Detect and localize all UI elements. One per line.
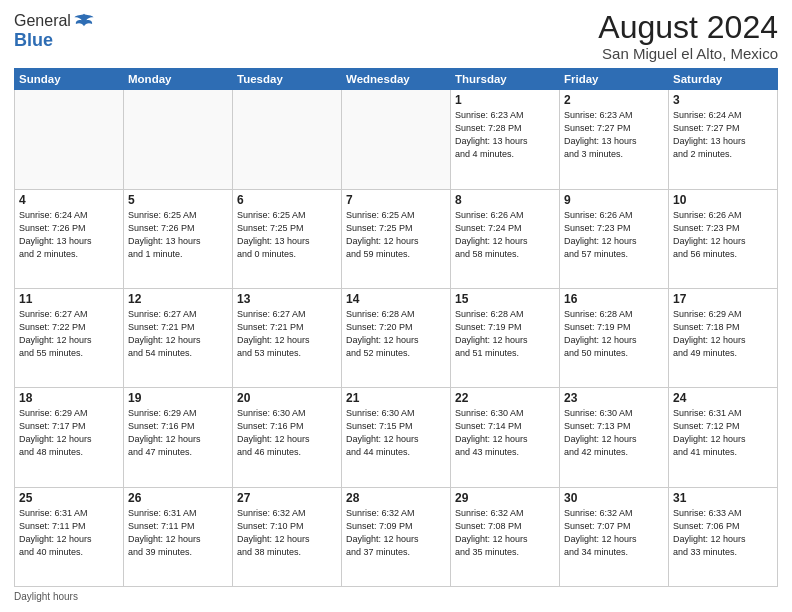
day-info: Sunrise: 6:31 AM Sunset: 7:11 PM Dayligh… — [128, 507, 228, 559]
calendar-cell: 6Sunrise: 6:25 AM Sunset: 7:25 PM Daylig… — [233, 189, 342, 288]
daylight-label: Daylight hours — [14, 591, 78, 602]
calendar-cell: 27Sunrise: 6:32 AM Sunset: 7:10 PM Dayli… — [233, 487, 342, 586]
calendar-header-row: SundayMondayTuesdayWednesdayThursdayFrid… — [15, 69, 778, 90]
day-number: 31 — [673, 491, 773, 505]
day-info: Sunrise: 6:28 AM Sunset: 7:19 PM Dayligh… — [564, 308, 664, 360]
calendar-cell: 3Sunrise: 6:24 AM Sunset: 7:27 PM Daylig… — [669, 90, 778, 189]
day-info: Sunrise: 6:29 AM Sunset: 7:17 PM Dayligh… — [19, 407, 119, 459]
day-info: Sunrise: 6:26 AM Sunset: 7:23 PM Dayligh… — [673, 209, 773, 261]
day-number: 26 — [128, 491, 228, 505]
calendar-cell: 24Sunrise: 6:31 AM Sunset: 7:12 PM Dayli… — [669, 388, 778, 487]
day-info: Sunrise: 6:23 AM Sunset: 7:28 PM Dayligh… — [455, 109, 555, 161]
day-number: 30 — [564, 491, 664, 505]
calendar-cell: 11Sunrise: 6:27 AM Sunset: 7:22 PM Dayli… — [15, 288, 124, 387]
logo: General Blue — [14, 10, 95, 51]
calendar-week-1: 1Sunrise: 6:23 AM Sunset: 7:28 PM Daylig… — [15, 90, 778, 189]
calendar-cell: 14Sunrise: 6:28 AM Sunset: 7:20 PM Dayli… — [342, 288, 451, 387]
calendar-cell: 4Sunrise: 6:24 AM Sunset: 7:26 PM Daylig… — [15, 189, 124, 288]
calendar-cell: 7Sunrise: 6:25 AM Sunset: 7:25 PM Daylig… — [342, 189, 451, 288]
calendar-header-thursday: Thursday — [451, 69, 560, 90]
day-number: 14 — [346, 292, 446, 306]
day-number: 16 — [564, 292, 664, 306]
day-number: 15 — [455, 292, 555, 306]
calendar-cell: 12Sunrise: 6:27 AM Sunset: 7:21 PM Dayli… — [124, 288, 233, 387]
day-number: 18 — [19, 391, 119, 405]
day-info: Sunrise: 6:32 AM Sunset: 7:07 PM Dayligh… — [564, 507, 664, 559]
calendar-cell: 2Sunrise: 6:23 AM Sunset: 7:27 PM Daylig… — [560, 90, 669, 189]
day-info: Sunrise: 6:31 AM Sunset: 7:11 PM Dayligh… — [19, 507, 119, 559]
day-number: 27 — [237, 491, 337, 505]
day-number: 13 — [237, 292, 337, 306]
calendar-header-monday: Monday — [124, 69, 233, 90]
day-info: Sunrise: 6:23 AM Sunset: 7:27 PM Dayligh… — [564, 109, 664, 161]
day-info: Sunrise: 6:25 AM Sunset: 7:25 PM Dayligh… — [237, 209, 337, 261]
day-number: 4 — [19, 193, 119, 207]
day-info: Sunrise: 6:32 AM Sunset: 7:09 PM Dayligh… — [346, 507, 446, 559]
calendar-cell: 20Sunrise: 6:30 AM Sunset: 7:16 PM Dayli… — [233, 388, 342, 487]
day-number: 3 — [673, 93, 773, 107]
calendar-cell: 25Sunrise: 6:31 AM Sunset: 7:11 PM Dayli… — [15, 487, 124, 586]
calendar-cell: 30Sunrise: 6:32 AM Sunset: 7:07 PM Dayli… — [560, 487, 669, 586]
day-number: 10 — [673, 193, 773, 207]
day-number: 23 — [564, 391, 664, 405]
footer: Daylight hours — [14, 591, 778, 602]
day-number: 8 — [455, 193, 555, 207]
logo-bird-icon — [73, 10, 95, 32]
calendar-cell: 8Sunrise: 6:26 AM Sunset: 7:24 PM Daylig… — [451, 189, 560, 288]
location: San Miguel el Alto, Mexico — [598, 45, 778, 62]
day-number: 6 — [237, 193, 337, 207]
day-info: Sunrise: 6:30 AM Sunset: 7:15 PM Dayligh… — [346, 407, 446, 459]
calendar-cell: 10Sunrise: 6:26 AM Sunset: 7:23 PM Dayli… — [669, 189, 778, 288]
calendar-header-saturday: Saturday — [669, 69, 778, 90]
day-number: 5 — [128, 193, 228, 207]
day-info: Sunrise: 6:30 AM Sunset: 7:16 PM Dayligh… — [237, 407, 337, 459]
day-info: Sunrise: 6:27 AM Sunset: 7:22 PM Dayligh… — [19, 308, 119, 360]
page: General Blue August 2024 San Miguel el A… — [0, 0, 792, 612]
day-number: 28 — [346, 491, 446, 505]
day-number: 7 — [346, 193, 446, 207]
calendar-cell: 18Sunrise: 6:29 AM Sunset: 7:17 PM Dayli… — [15, 388, 124, 487]
calendar-cell: 9Sunrise: 6:26 AM Sunset: 7:23 PM Daylig… — [560, 189, 669, 288]
day-number: 20 — [237, 391, 337, 405]
day-info: Sunrise: 6:32 AM Sunset: 7:08 PM Dayligh… — [455, 507, 555, 559]
calendar-header-tuesday: Tuesday — [233, 69, 342, 90]
logo-general-text: General — [14, 12, 71, 30]
day-info: Sunrise: 6:24 AM Sunset: 7:27 PM Dayligh… — [673, 109, 773, 161]
day-number: 29 — [455, 491, 555, 505]
calendar-cell: 22Sunrise: 6:30 AM Sunset: 7:14 PM Dayli… — [451, 388, 560, 487]
day-info: Sunrise: 6:26 AM Sunset: 7:23 PM Dayligh… — [564, 209, 664, 261]
calendar-cell: 31Sunrise: 6:33 AM Sunset: 7:06 PM Dayli… — [669, 487, 778, 586]
calendar-cell: 15Sunrise: 6:28 AM Sunset: 7:19 PM Dayli… — [451, 288, 560, 387]
title-block: August 2024 San Miguel el Alto, Mexico — [598, 10, 778, 62]
day-info: Sunrise: 6:24 AM Sunset: 7:26 PM Dayligh… — [19, 209, 119, 261]
calendar-header-friday: Friday — [560, 69, 669, 90]
day-info: Sunrise: 6:25 AM Sunset: 7:25 PM Dayligh… — [346, 209, 446, 261]
calendar-cell: 19Sunrise: 6:29 AM Sunset: 7:16 PM Dayli… — [124, 388, 233, 487]
calendar-cell: 29Sunrise: 6:32 AM Sunset: 7:08 PM Dayli… — [451, 487, 560, 586]
day-info: Sunrise: 6:30 AM Sunset: 7:14 PM Dayligh… — [455, 407, 555, 459]
calendar-week-4: 18Sunrise: 6:29 AM Sunset: 7:17 PM Dayli… — [15, 388, 778, 487]
month-title: August 2024 — [598, 10, 778, 45]
day-info: Sunrise: 6:25 AM Sunset: 7:26 PM Dayligh… — [128, 209, 228, 261]
day-number: 17 — [673, 292, 773, 306]
day-number: 19 — [128, 391, 228, 405]
calendar-cell: 16Sunrise: 6:28 AM Sunset: 7:19 PM Dayli… — [560, 288, 669, 387]
day-info: Sunrise: 6:27 AM Sunset: 7:21 PM Dayligh… — [237, 308, 337, 360]
calendar-week-2: 4Sunrise: 6:24 AM Sunset: 7:26 PM Daylig… — [15, 189, 778, 288]
calendar-cell: 1Sunrise: 6:23 AM Sunset: 7:28 PM Daylig… — [451, 90, 560, 189]
calendar-cell: 23Sunrise: 6:30 AM Sunset: 7:13 PM Dayli… — [560, 388, 669, 487]
day-info: Sunrise: 6:33 AM Sunset: 7:06 PM Dayligh… — [673, 507, 773, 559]
logo-blue-text: Blue — [14, 30, 53, 51]
day-info: Sunrise: 6:29 AM Sunset: 7:18 PM Dayligh… — [673, 308, 773, 360]
day-number: 1 — [455, 93, 555, 107]
calendar-cell: 28Sunrise: 6:32 AM Sunset: 7:09 PM Dayli… — [342, 487, 451, 586]
day-info: Sunrise: 6:31 AM Sunset: 7:12 PM Dayligh… — [673, 407, 773, 459]
day-info: Sunrise: 6:30 AM Sunset: 7:13 PM Dayligh… — [564, 407, 664, 459]
day-info: Sunrise: 6:29 AM Sunset: 7:16 PM Dayligh… — [128, 407, 228, 459]
day-info: Sunrise: 6:26 AM Sunset: 7:24 PM Dayligh… — [455, 209, 555, 261]
day-number: 24 — [673, 391, 773, 405]
calendar-week-3: 11Sunrise: 6:27 AM Sunset: 7:22 PM Dayli… — [15, 288, 778, 387]
day-number: 2 — [564, 93, 664, 107]
day-info: Sunrise: 6:27 AM Sunset: 7:21 PM Dayligh… — [128, 308, 228, 360]
calendar-cell: 13Sunrise: 6:27 AM Sunset: 7:21 PM Dayli… — [233, 288, 342, 387]
